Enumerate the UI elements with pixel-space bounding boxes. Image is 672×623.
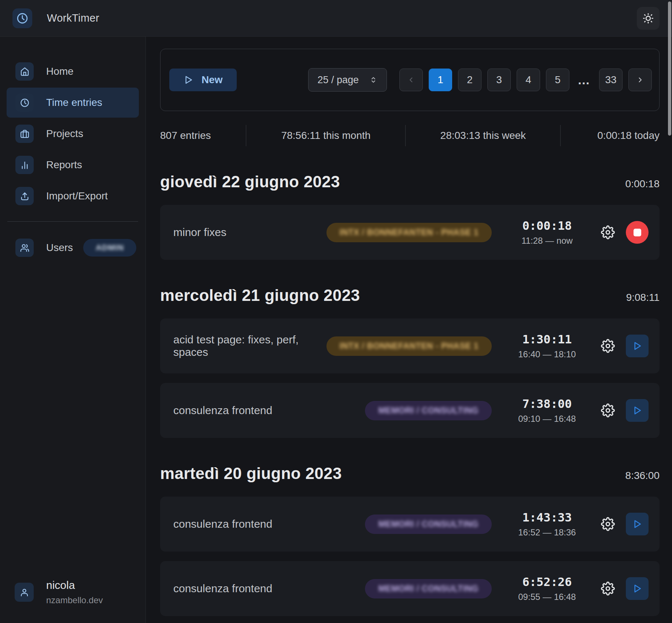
entry-time-block: 1:43:33 16:52 — 18:36 (507, 510, 587, 538)
sidebar-item-label: Home (46, 66, 74, 77)
page-button-4[interactable]: 4 (517, 69, 540, 91)
sidebar-item-projects[interactable]: Projects (7, 119, 139, 149)
new-entry-button-label: New (202, 74, 223, 86)
day-title: mercoledì 21 giugno 2023 (160, 286, 360, 305)
page-size-select[interactable]: 25 / page (308, 68, 387, 92)
entry-time-range: 16:40 — 18:10 (518, 349, 576, 360)
scrollbar-thumb[interactable] (668, 1, 671, 136)
app-logo-clock-icon (12, 8, 32, 28)
time-entry-row[interactable]: minor fixes INTX / BONNEFANTEN - PHASE 1… (160, 205, 660, 260)
play-button[interactable] (626, 335, 649, 357)
stats-bar: 807 entries 78:56:11 this month 28:03:13… (160, 125, 660, 146)
entry-time-range: 09:10 — 16:48 (518, 414, 576, 424)
entry-duration: 1:30:11 (523, 332, 572, 346)
home-icon (15, 62, 34, 81)
bar-chart-icon (15, 156, 34, 174)
project-badge: MEMORI / CONSULTING (365, 515, 492, 534)
user-icon (15, 583, 34, 602)
pagination-buttons: 12345 … 33 (399, 69, 652, 91)
play-icon (632, 583, 643, 594)
stop-button[interactable] (626, 221, 649, 244)
sidebar-item-reports[interactable]: Reports (7, 150, 139, 180)
sidebar-item-label: Reports (46, 159, 82, 171)
stat-this-week: 28:03:13 this week (405, 125, 560, 146)
day-total: 0:00:18 (625, 178, 660, 190)
stat-total-entries: 807 entries (160, 125, 246, 146)
entry-time-range: 16:52 — 18:36 (518, 527, 576, 538)
project-badge: INTX / BONNEFANTEN - PHASE 1 (326, 223, 492, 242)
entry-time-block: 1:30:11 16:40 — 18:10 (507, 332, 587, 360)
sidebar-item-import-export[interactable]: Import/Export (7, 181, 139, 211)
profile-texts: nicola nzambello.dev (46, 579, 103, 605)
entry-time-block: 6:52:26 09:55 — 16:48 (507, 575, 587, 602)
last-page-button[interactable]: 33 (599, 69, 623, 91)
gear-icon (601, 403, 615, 417)
time-entry-row[interactable]: consulenza frontend MEMORI / CONSULTING … (160, 497, 660, 552)
page-size-value: 25 / page (317, 74, 359, 86)
play-button[interactable] (626, 399, 649, 422)
play-icon (183, 75, 193, 85)
next-page-button[interactable] (628, 69, 652, 91)
sidebar-item-label: Import/Export (46, 190, 108, 202)
play-button[interactable] (626, 577, 649, 600)
profile-domain: nzambello.dev (46, 595, 103, 605)
day-header: giovedì 22 giugno 2023 0:00:18 (160, 173, 660, 191)
entry-label: consulenza frontend (173, 404, 365, 417)
sidebar-item-time-entries[interactable]: Time entries (7, 88, 139, 118)
sun-icon (642, 12, 654, 24)
day-section: giovedì 22 giugno 2023 0:00:18 minor fix… (160, 173, 660, 260)
play-icon (632, 519, 643, 530)
toolbar: New 25 / page 12345 … 33 (160, 49, 660, 111)
previous-page-button[interactable] (399, 69, 423, 91)
gear-icon (601, 517, 615, 531)
entry-time-block: 0:00:18 11:28 — now (507, 219, 587, 246)
stat-this-month: 78:56:11 this month (246, 125, 405, 146)
entry-settings-button[interactable] (599, 338, 616, 354)
clock-icon (15, 93, 34, 112)
entry-label: acid test page: fixes, perf, spaces (173, 333, 326, 358)
day-section: martedì 20 giugno 2023 8:36:00 consulenz… (160, 464, 660, 616)
sidebar-divider (7, 221, 138, 222)
day-section: mercoledì 21 giugno 2023 9:08:11 acid te… (160, 286, 660, 438)
sidebar: HomeTime entriesProjectsReportsImport/Ex… (0, 37, 146, 623)
sidebar-item-users[interactable]: Users ADMIN (7, 233, 139, 263)
theme-toggle-button[interactable] (637, 7, 660, 30)
entry-duration: 0:00:18 (523, 219, 572, 233)
play-icon (632, 405, 643, 416)
entry-label: consulenza frontend (173, 582, 365, 595)
play-icon (632, 340, 643, 351)
play-button[interactable] (626, 513, 649, 535)
chevron-right-icon (636, 75, 645, 84)
chevron-left-icon (407, 75, 416, 84)
main-content: New 25 / page 12345 … 33 (146, 37, 672, 623)
entry-duration: 1:43:33 (523, 510, 572, 524)
entry-settings-button[interactable] (599, 224, 616, 241)
time-entry-row[interactable]: acid test page: fixes, perf, spaces INTX… (160, 318, 660, 373)
entry-settings-button[interactable] (599, 516, 616, 532)
admin-badge-text: ADMIN (96, 243, 124, 252)
sidebar-item-label: Time entries (46, 97, 102, 108)
entry-label: minor fixes (173, 226, 326, 239)
entry-label: consulenza frontend (173, 518, 365, 530)
time-entry-row[interactable]: consulenza frontend MEMORI / CONSULTING … (160, 561, 660, 616)
page-button-2[interactable]: 2 (458, 69, 481, 91)
entry-time-block: 7:38:00 09:10 — 16:48 (507, 397, 587, 424)
day-total: 9:08:11 (626, 292, 660, 303)
user-profile[interactable]: nicola nzambello.dev (15, 579, 103, 605)
page-button-5[interactable]: 5 (546, 69, 569, 91)
day-total: 8:36:00 (625, 470, 660, 482)
gear-icon (601, 225, 615, 239)
pagination-ellipsis: … (577, 73, 591, 87)
pagination-pages: 12345 (429, 69, 569, 91)
page-button-1[interactable]: 1 (429, 69, 452, 91)
entry-list: consulenza frontend MEMORI / CONSULTING … (160, 497, 660, 616)
new-entry-button[interactable]: New (169, 69, 237, 91)
page-button-3[interactable]: 3 (487, 69, 511, 91)
app-title: WorkTimer (47, 12, 99, 24)
sidebar-item-home[interactable]: Home (7, 56, 139, 86)
entry-settings-button[interactable] (599, 402, 616, 419)
project-badge-text: MEMORI / CONSULTING (378, 406, 479, 415)
time-entry-row[interactable]: consulenza frontend MEMORI / CONSULTING … (160, 383, 660, 438)
entry-time-range: 09:55 — 16:48 (518, 592, 576, 602)
entry-settings-button[interactable] (599, 580, 616, 597)
